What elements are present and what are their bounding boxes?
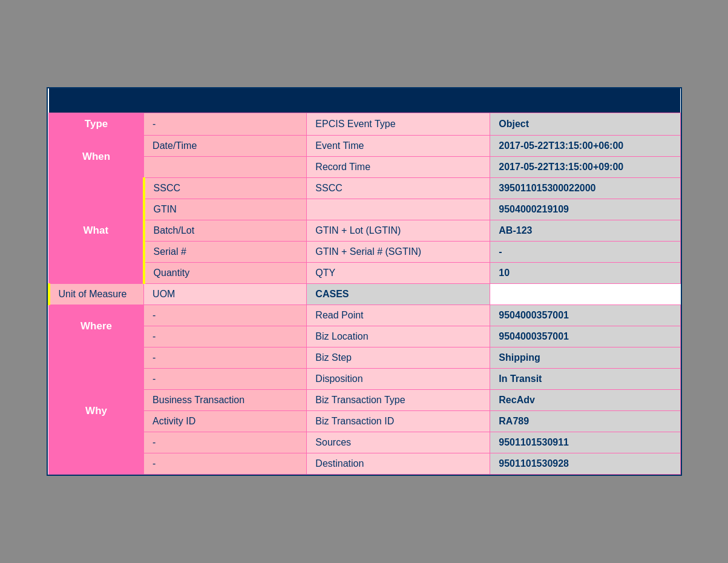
key-cell: Activity ID bbox=[144, 411, 307, 432]
example-cell: 2017-05-22T13:15:00+09:00 bbox=[490, 157, 680, 178]
epcis-cell: EPCIS Event Type bbox=[307, 113, 490, 136]
example-cell: AB-123 bbox=[490, 220, 680, 242]
key-cell bbox=[144, 157, 307, 178]
key-cell: - bbox=[144, 305, 307, 326]
main-table-wrapper: Type-EPCIS Event TypeObjectWhenDate/Time… bbox=[47, 87, 682, 476]
key-cell: GTIN bbox=[144, 199, 307, 220]
epcis-cell: GTIN + Lot (LGTIN) bbox=[307, 220, 490, 242]
table-row: GTIN9504000219109 bbox=[49, 199, 681, 220]
example-cell: 2017-05-22T13:15:00+06:00 bbox=[490, 136, 680, 157]
key-cell: - bbox=[144, 369, 307, 390]
example-cell: In Transit bbox=[490, 369, 680, 390]
table-row: Where-Read Point9504000357001 bbox=[49, 305, 681, 326]
epcis-cell: Biz Location bbox=[307, 326, 490, 347]
epcis-cell: Sources bbox=[307, 432, 490, 453]
epcis-cell: Biz Transaction ID bbox=[307, 411, 490, 432]
key-cell: Unit of Measure bbox=[49, 284, 144, 305]
example-cell: 9504000357001 bbox=[490, 305, 680, 326]
epcis-cell: QTY bbox=[307, 263, 490, 284]
key-cell: Quantity bbox=[144, 263, 307, 284]
category-cell: What bbox=[49, 178, 144, 284]
epcis-cell: Biz Step bbox=[307, 347, 490, 369]
epcis-cell: UOM bbox=[144, 284, 307, 305]
epcis-cell bbox=[307, 199, 490, 220]
key-cell: Business Transaction bbox=[144, 390, 307, 411]
epcis-cell: GTIN + Serial # (SGTIN) bbox=[307, 242, 490, 263]
category-cell: When bbox=[49, 136, 144, 178]
table-row: -Biz Location9504000357001 bbox=[49, 326, 681, 347]
key-cell: - bbox=[144, 113, 307, 136]
epcis-cell: SSCC bbox=[307, 178, 490, 199]
key-cell: Date/Time bbox=[144, 136, 307, 157]
example-cell: 395011015300022000 bbox=[490, 178, 680, 199]
key-cell: SSCC bbox=[144, 178, 307, 199]
table-row: -Destination9501101530928 bbox=[49, 453, 681, 475]
table-row: -DispositionIn Transit bbox=[49, 369, 681, 390]
header-col1 bbox=[49, 88, 144, 113]
epcis-cell: Disposition bbox=[307, 369, 490, 390]
table-body: Type-EPCIS Event TypeObjectWhenDate/Time… bbox=[49, 113, 681, 475]
table-row: Type-EPCIS Event TypeObject bbox=[49, 113, 681, 136]
category-cell: Why bbox=[49, 347, 144, 475]
key-cell: Batch/Lot bbox=[144, 220, 307, 242]
example-cell: CASES bbox=[307, 284, 490, 305]
example-cell: Object bbox=[490, 113, 680, 136]
table-row: -Sources9501101530911 bbox=[49, 432, 681, 453]
header-col2 bbox=[144, 88, 307, 113]
example-cell: RecAdv bbox=[490, 390, 680, 411]
example-cell: 9501101530928 bbox=[490, 453, 680, 475]
epcis-cell: Event Time bbox=[307, 136, 490, 157]
example-cell: 9504000219109 bbox=[490, 199, 680, 220]
table-row: QuantityQTY10 bbox=[49, 263, 681, 284]
table-row: Business TransactionBiz Transaction Type… bbox=[49, 390, 681, 411]
header-row bbox=[49, 88, 681, 113]
epcis-table: Type-EPCIS Event TypeObjectWhenDate/Time… bbox=[48, 88, 681, 475]
key-cell: - bbox=[144, 347, 307, 369]
category-cell: Type bbox=[49, 113, 144, 136]
header-col3 bbox=[307, 88, 490, 113]
header-col4 bbox=[490, 88, 680, 113]
table-row: Batch/LotGTIN + Lot (LGTIN)AB-123 bbox=[49, 220, 681, 242]
key-cell: - bbox=[144, 453, 307, 475]
table-row: Serial #GTIN + Serial # (SGTIN)- bbox=[49, 242, 681, 263]
epcis-cell: Read Point bbox=[307, 305, 490, 326]
table-row: WhenDate/TimeEvent Time2017-05-22T13:15:… bbox=[49, 136, 681, 157]
example-cell: - bbox=[490, 242, 680, 263]
category-cell: Where bbox=[49, 305, 144, 347]
example-cell: Shipping bbox=[490, 347, 680, 369]
table-row: WhatSSCCSSCC395011015300022000 bbox=[49, 178, 681, 199]
example-cell: RA789 bbox=[490, 411, 680, 432]
epcis-cell: Record Time bbox=[307, 157, 490, 178]
example-cell: 9501101530911 bbox=[490, 432, 680, 453]
epcis-cell: Biz Transaction Type bbox=[307, 390, 490, 411]
epcis-cell: Destination bbox=[307, 453, 490, 475]
key-cell: - bbox=[144, 432, 307, 453]
table-row: Unit of MeasureUOMCASES bbox=[49, 284, 681, 305]
key-cell: - bbox=[144, 326, 307, 347]
key-cell: Serial # bbox=[144, 242, 307, 263]
table-row: Activity IDBiz Transaction IDRA789 bbox=[49, 411, 681, 432]
example-cell: 9504000357001 bbox=[490, 326, 680, 347]
table-row: Why-Biz StepShipping bbox=[49, 347, 681, 369]
example-cell: 10 bbox=[490, 263, 680, 284]
table-row: Record Time2017-05-22T13:15:00+09:00 bbox=[49, 157, 681, 178]
